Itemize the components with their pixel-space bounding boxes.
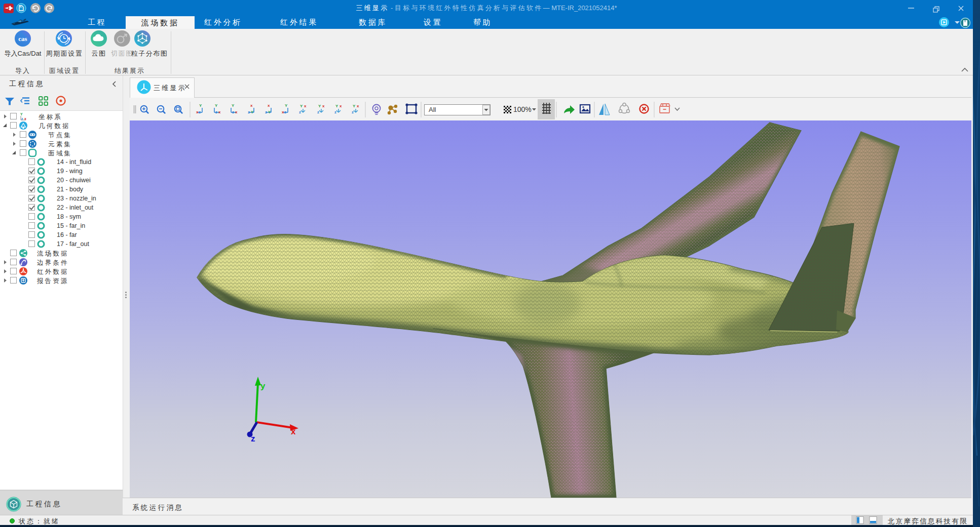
svg-text:cas: cas — [18, 35, 27, 43]
svg-text:y: y — [260, 381, 266, 391]
svg-text:100%: 100% — [513, 105, 532, 113]
svg-text:All: All — [429, 106, 436, 113]
svg-text:z: z — [251, 434, 255, 443]
svg-text:x: x — [291, 427, 296, 436]
